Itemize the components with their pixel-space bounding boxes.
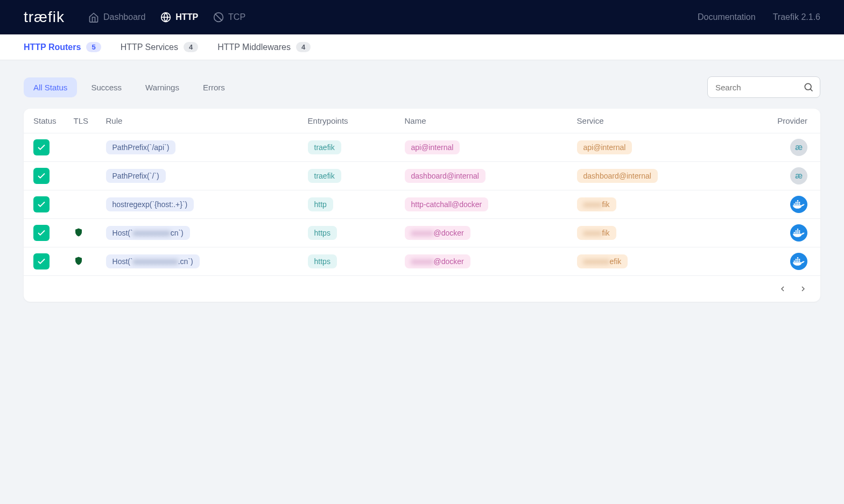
th-status[interactable]: Status (24, 109, 65, 133)
provider-docker-icon (790, 253, 807, 270)
name-chip: dashboard@internal (405, 169, 486, 183)
documentation-link[interactable]: Documentation (698, 12, 756, 22)
rule-chip: Host(`xxxxxxxxxxcn`) (106, 226, 190, 240)
svg-rect-5 (794, 203, 795, 204)
pager (24, 276, 820, 302)
filter-warnings[interactable]: Warnings (136, 77, 189, 97)
entrypoint-chip: traefik (308, 140, 341, 154)
svg-rect-20 (797, 229, 798, 230)
subtabs: HTTP Routers 5 HTTP Services 4 HTTP Midd… (0, 34, 844, 60)
nav-tcp-label: TCP (228, 12, 245, 22)
svg-rect-28 (797, 257, 798, 258)
svg-rect-21 (794, 260, 795, 261)
nav-dashboard-label: Dashboard (103, 12, 145, 22)
subtab-services[interactable]: HTTP Services 4 (121, 42, 199, 52)
pager-next[interactable] (797, 282, 810, 295)
svg-rect-11 (799, 202, 800, 203)
nav-tcp[interactable]: TCP (213, 12, 245, 23)
pager-prev[interactable] (776, 282, 789, 295)
provider-internal-icon: æ (790, 139, 807, 156)
name-chip: http-catchall@docker (405, 197, 489, 211)
service-chip: api@internal (577, 140, 632, 154)
tcp-icon (213, 12, 224, 23)
entrypoint-chip: https (308, 226, 337, 240)
subtab-routers-count: 5 (86, 42, 101, 52)
provider-docker-icon (790, 224, 807, 242)
service-chip: dashboard@internal (577, 169, 658, 183)
svg-rect-25 (796, 259, 797, 260)
filter-success[interactable]: Success (81, 77, 131, 97)
nav-dashboard[interactable]: Dashboard (88, 12, 145, 23)
entrypoint-chip: http (308, 197, 333, 211)
logo: træfik (24, 9, 65, 26)
status-success-icon (33, 196, 50, 212)
subtab-services-label: HTTP Services (121, 42, 178, 52)
svg-rect-17 (796, 230, 797, 231)
filters-row: All Status Success Warnings Errors (24, 76, 820, 98)
subtab-middlewares[interactable]: HTTP Middlewares 4 (217, 42, 311, 52)
rule-chip: Host(`xxxxxxxxxxxx.cn`) (106, 254, 200, 268)
svg-rect-6 (796, 203, 797, 204)
filter-all[interactable]: All Status (24, 77, 77, 97)
table-row[interactable]: PathPrefix(`/api`)traefikapi@internalapi… (24, 133, 820, 162)
globe-icon (160, 12, 171, 23)
service-chip: xxxxxfik (577, 226, 616, 240)
svg-rect-14 (796, 232, 797, 233)
chevron-left-icon (778, 285, 787, 293)
svg-rect-16 (799, 232, 800, 233)
status-success-icon (33, 253, 50, 269)
table-row[interactable]: Host(`xxxxxxxxxxcn`)httpsxxxxxx@dockerxx… (24, 219, 820, 247)
nav-http-label: HTTP (175, 12, 198, 22)
svg-point-3 (805, 83, 811, 90)
topbar: træfik Dashboard HTTP TCP Documentation … (0, 0, 844, 34)
provider-internal-icon: æ (790, 167, 807, 184)
entrypoint-chip: traefik (308, 169, 341, 183)
svg-rect-15 (797, 232, 798, 233)
svg-rect-19 (799, 230, 800, 231)
name-chip: api@internal (405, 140, 460, 154)
provider-docker-icon (790, 196, 807, 213)
name-chip: xxxxxx@docker (405, 226, 470, 240)
nav-items: Dashboard HTTP TCP (88, 12, 698, 23)
th-provider[interactable]: Provider (735, 109, 820, 133)
service-chip: xxxxxxxefik (577, 254, 628, 268)
routers-table: Status TLS Rule Entrypoints Name Service… (24, 109, 820, 276)
svg-rect-8 (799, 203, 800, 204)
th-entrypoints[interactable]: Entrypoints (299, 109, 396, 133)
version-label: Traefik 2.1.6 (773, 12, 820, 22)
chevron-right-icon (799, 285, 807, 293)
status-filters: All Status Success Warnings Errors (24, 77, 235, 97)
main: All Status Success Warnings Errors Statu… (0, 60, 844, 318)
th-name[interactable]: Name (396, 109, 568, 133)
table-row[interactable]: Host(`xxxxxxxxxxxx.cn`)httpsxxxxxx@docke… (24, 247, 820, 276)
home-icon (88, 12, 99, 23)
svg-rect-23 (797, 260, 798, 261)
search-icon (803, 82, 814, 93)
nav-right: Documentation Traefik 2.1.6 (698, 12, 820, 22)
svg-line-4 (810, 89, 812, 91)
name-chip: xxxxxx@docker (405, 254, 470, 268)
th-tls[interactable]: TLS (65, 109, 97, 133)
subtab-services-count: 4 (184, 42, 198, 52)
svg-rect-12 (797, 200, 798, 201)
search-box (707, 76, 820, 98)
svg-rect-24 (799, 260, 800, 261)
rule-chip: PathPrefix(`/`) (106, 169, 166, 183)
filter-errors[interactable]: Errors (193, 77, 235, 97)
table-row[interactable]: PathPrefix(`/`)traefikdashboard@internal… (24, 162, 820, 190)
nav-http[interactable]: HTTP (160, 12, 198, 23)
th-service[interactable]: Service (568, 109, 735, 133)
svg-rect-27 (799, 259, 800, 260)
svg-rect-26 (797, 259, 798, 260)
table-row[interactable]: hostregexp(`{host:.+}`)httphttp-catchall… (24, 190, 820, 219)
status-success-icon (33, 168, 50, 184)
rule-chip: PathPrefix(`/api`) (106, 140, 176, 154)
subtab-routers[interactable]: HTTP Routers 5 (24, 42, 101, 52)
tls-shield-icon (74, 259, 83, 268)
th-rule[interactable]: Rule (97, 109, 299, 133)
svg-rect-13 (794, 232, 795, 233)
routers-table-card: Status TLS Rule Entrypoints Name Service… (24, 109, 820, 302)
svg-rect-18 (797, 230, 798, 231)
svg-rect-22 (796, 260, 797, 261)
subtab-routers-label: HTTP Routers (24, 42, 81, 52)
